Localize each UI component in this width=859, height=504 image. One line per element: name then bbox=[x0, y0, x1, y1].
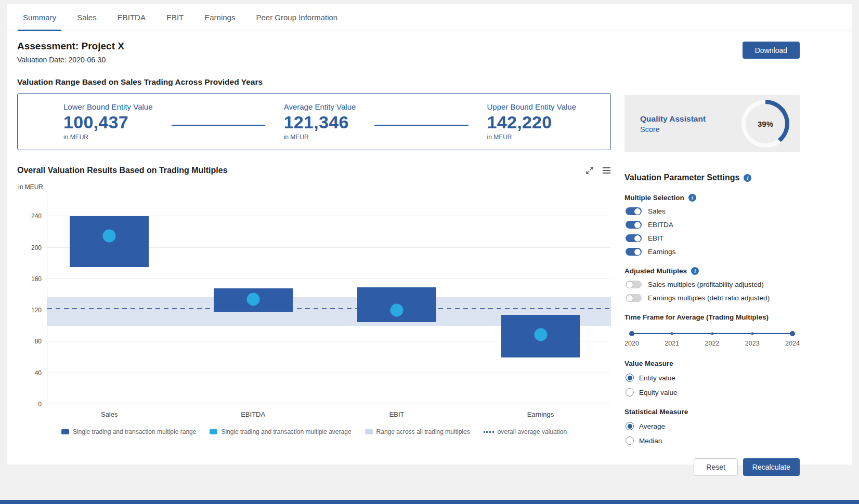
ebit-toggle[interactable] bbox=[626, 234, 642, 242]
gridline bbox=[47, 278, 611, 279]
header-titles: Assessment: Project X Valuation Date: 20… bbox=[17, 41, 124, 64]
y-axis-title: in MEUR bbox=[18, 183, 611, 191]
average-unit: in MEUR bbox=[284, 134, 356, 141]
valuation-range-card: Lower Bound Entity Value 100,437 in MEUR… bbox=[17, 93, 611, 150]
chart-title: Overall Valuation Results Based on Tradi… bbox=[17, 166, 228, 175]
multiple-average-dot bbox=[534, 328, 547, 341]
sales-multiples-adjusted-toggle[interactable] bbox=[626, 281, 642, 288]
radio-row-entity-value: Entity value bbox=[624, 374, 800, 382]
slider-tick-2022[interactable] bbox=[711, 333, 713, 335]
multiple-selection-info-icon[interactable]: i bbox=[688, 194, 696, 202]
quality-score-value: 39% bbox=[746, 104, 785, 143]
overall-average-valuation-line bbox=[47, 308, 611, 309]
download-button[interactable]: Download bbox=[743, 42, 800, 59]
time-frame-label: Time Frame for Average (Trading Multiple… bbox=[624, 313, 800, 321]
equity-value-label: Equity value bbox=[639, 389, 678, 396]
connector-line bbox=[172, 125, 265, 126]
settings-info-icon[interactable]: i bbox=[744, 174, 751, 182]
multiple-average-dot bbox=[391, 304, 404, 317]
year-label-2022: 2022 bbox=[705, 340, 720, 347]
year-label-2020: 2020 bbox=[624, 340, 639, 347]
y-tick-label: 40 bbox=[35, 369, 42, 377]
legend-label-range: Single trading and transaction multiple … bbox=[73, 428, 196, 435]
x-axis-label: Sales bbox=[101, 410, 118, 418]
earnings-toggle[interactable] bbox=[626, 248, 642, 256]
legend-item-band: Range across all trading multiples bbox=[365, 428, 470, 435]
y-tick-label: 240 bbox=[31, 213, 42, 220]
radio-row-average: Average bbox=[624, 422, 800, 430]
earnings-multiples-adjusted-label: Earnings multiples (debt ratio adjusted) bbox=[648, 294, 770, 302]
lower-bound-unit: in MEUR bbox=[63, 134, 153, 141]
slider-handle-end[interactable] bbox=[790, 331, 795, 336]
legend-item-overall-average: overall average valuation bbox=[484, 428, 567, 435]
footer-bar bbox=[0, 500, 859, 504]
header: Assessment: Project X Valuation Date: 20… bbox=[17, 41, 800, 64]
multiple-average-dot bbox=[103, 229, 116, 242]
average-value: 121,346 bbox=[284, 112, 356, 132]
page-title: Assessment: Project X bbox=[17, 41, 124, 52]
app-window: Summary Sales EBITDA EBIT Earnings Peer … bbox=[7, 4, 852, 465]
year-label-2021: 2021 bbox=[665, 340, 679, 347]
tab-earnings[interactable]: Earnings bbox=[194, 4, 245, 31]
adjusted-multiples-label: Adjusted Multiples i bbox=[624, 267, 800, 275]
toggle-row-sales: Sales bbox=[624, 207, 800, 215]
entity-value-label: Entity value bbox=[639, 374, 675, 382]
legend-label-average: Single trading and transaction multiple … bbox=[221, 428, 351, 435]
settings-panel-title: Valuation Parameter Settings i bbox=[624, 173, 800, 182]
multiple-selection-label: Multiple Selection i bbox=[624, 194, 800, 202]
toggle-row-ebitda: EBITDA bbox=[624, 221, 800, 229]
slider-tick-2023[interactable] bbox=[751, 333, 753, 335]
tab-summary[interactable]: Summary bbox=[12, 4, 67, 31]
median-radio[interactable] bbox=[626, 436, 634, 445]
adjusted-multiples-text: Adjusted Multiples bbox=[624, 267, 687, 275]
toggle-row-ebit: EBIT bbox=[624, 234, 800, 242]
entity-value-radio[interactable] bbox=[626, 374, 634, 382]
tab-ebit[interactable]: EBIT bbox=[156, 4, 194, 31]
upper-bound-entity-value: Upper Bound Entity Value 142,220 in MEUR bbox=[487, 102, 577, 141]
statistical-measure-text: Statistical Measure bbox=[624, 408, 688, 416]
x-axis-label: EBITDA bbox=[241, 410, 265, 418]
multiple-selection-text: Multiple Selection bbox=[624, 194, 684, 202]
recalculate-button[interactable]: Recalculate bbox=[743, 458, 800, 476]
chart-menu-icon[interactable] bbox=[602, 167, 611, 174]
slider-handle-start[interactable] bbox=[629, 331, 634, 336]
reset-button[interactable]: Reset bbox=[694, 458, 738, 476]
value-measure-label: Value Measure bbox=[624, 360, 800, 367]
tab-sales[interactable]: Sales bbox=[67, 4, 107, 31]
radio-row-median: Median bbox=[624, 436, 800, 445]
tab-bar: Summary Sales EBITDA EBIT Earnings Peer … bbox=[7, 4, 852, 31]
toggle-row-earnings: Earnings bbox=[624, 248, 800, 256]
equity-value-radio[interactable] bbox=[626, 388, 634, 396]
time-frame-slider[interactable] bbox=[632, 329, 792, 338]
y-tick-label: 80 bbox=[35, 338, 42, 345]
earnings-multiples-adjusted-toggle[interactable] bbox=[626, 294, 642, 302]
legend-label-overall-average: overall average valuation bbox=[498, 428, 567, 435]
tab-peer-group-information[interactable]: Peer Group Information bbox=[245, 4, 348, 31]
expand-chart-icon[interactable] bbox=[585, 166, 594, 175]
chart-section: Overall Valuation Results Based on Tradi… bbox=[17, 166, 611, 435]
average-label: Average Entity Value bbox=[284, 102, 356, 111]
radio-row-equity-value: Equity value bbox=[624, 388, 800, 396]
year-label-2023: 2023 bbox=[745, 340, 760, 347]
year-label-2024: 2024 bbox=[785, 340, 800, 347]
statistical-measure-label: Statistical Measure bbox=[624, 408, 800, 416]
legend-swatch-band bbox=[365, 429, 373, 434]
slider-tick-2021[interactable] bbox=[671, 333, 673, 335]
toggle-row-sales-multiples-adjusted: Sales multiples (profitability adjusted) bbox=[624, 281, 800, 288]
lower-bound-label: Lower Bound Entity Value bbox=[63, 102, 153, 111]
upper-bound-label: Upper Bound Entity Value bbox=[487, 102, 577, 111]
ebitda-toggle[interactable] bbox=[626, 221, 642, 229]
time-frame-text: Time Frame for Average (Trading Multiple… bbox=[624, 313, 769, 321]
adjusted-multiples-info-icon[interactable]: i bbox=[691, 267, 699, 275]
sales-toggle[interactable] bbox=[626, 207, 642, 215]
slider-year-labels: 2020 2021 2022 2023 2024 bbox=[632, 340, 792, 348]
average-radio[interactable] bbox=[626, 422, 634, 430]
legend-swatch-average bbox=[210, 429, 217, 434]
multiple-average-dot bbox=[246, 293, 259, 306]
tab-ebitda[interactable]: EBITDA bbox=[107, 4, 156, 31]
y-tick-label: 120 bbox=[31, 307, 42, 314]
x-axis-label: EBIT bbox=[389, 410, 405, 418]
valuation-range-section-title: Valuation Range Based on Sales Trading A… bbox=[17, 77, 611, 87]
legend-item-range: Single trading and transaction multiple … bbox=[61, 428, 196, 435]
quality-assistant-subtitle: Score bbox=[640, 125, 706, 134]
